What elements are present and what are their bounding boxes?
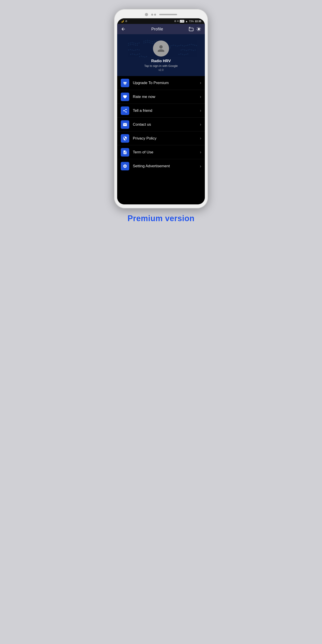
svg-rect-59 [128, 50, 129, 50]
terms-icon-box [121, 148, 129, 156]
svg-rect-19 [152, 41, 153, 42]
svg-rect-21 [156, 40, 156, 41]
menu-item-upgrade[interactable]: Upgrade To Premium › [117, 76, 205, 90]
minus-circle-icon: ⊖ [174, 20, 176, 22]
svg-rect-58 [170, 48, 170, 48]
gear-icon [123, 164, 127, 168]
svg-rect-95 [182, 54, 183, 55]
svg-rect-48 [189, 44, 190, 45]
svg-rect-43 [180, 45, 181, 46]
upgrade-chevron: › [200, 80, 201, 85]
upgrade-icon-box [121, 79, 129, 87]
app-header: Profile [117, 24, 205, 34]
menu-item-share[interactable]: Tell a friend › [117, 104, 205, 118]
svg-rect-27 [149, 42, 150, 43]
svg-rect-75 [130, 54, 131, 55]
share-label: Tell a friend [133, 108, 200, 113]
upgrade-label: Upgrade To Premium [133, 81, 200, 85]
svg-rect-80 [139, 54, 140, 54]
svg-rect-47 [188, 45, 188, 46]
camera-triple [151, 14, 156, 16]
contact-chevron: › [200, 122, 201, 127]
svg-rect-4 [134, 42, 134, 44]
contact-label: Contact us [133, 122, 200, 127]
menu-item-rate[interactable]: Rate me now › [117, 90, 205, 104]
svg-rect-74 [195, 50, 196, 50]
avatar[interactable] [153, 40, 169, 56]
svg-rect-40 [175, 45, 176, 46]
share-icon [123, 108, 127, 113]
cast-icon[interactable] [189, 26, 194, 32]
shield-icon [123, 136, 127, 141]
status-right-icons: ⊖ ▾ LTE ▲ 73% 22:35 [174, 20, 201, 22]
document-icon [123, 150, 127, 154]
svg-rect-76 [132, 54, 133, 54]
profile-header[interactable]: Radio HRV Tap to sign-in with Google v2.… [117, 34, 205, 76]
header-icons [189, 26, 201, 32]
svg-rect-78 [136, 54, 136, 55]
svg-rect-79 [137, 54, 138, 55]
back-button[interactable] [121, 26, 126, 32]
dot-small [151, 14, 153, 16]
svg-rect-17 [149, 40, 150, 41]
svg-rect-13 [137, 45, 138, 46]
profile-version: v2.0 [158, 68, 164, 72]
svg-rect-69 [186, 50, 187, 51]
svg-rect-3 [132, 42, 132, 43]
svg-rect-12 [135, 45, 136, 46]
svg-rect-38 [172, 45, 172, 46]
svg-rect-66 [181, 50, 182, 50]
svg-rect-96 [184, 54, 185, 55]
rate-icon-box [121, 92, 129, 101]
svg-rect-42 [178, 45, 179, 46]
privacy-chevron: › [200, 136, 201, 141]
svg-rect-61 [132, 50, 132, 50]
svg-rect-9 [130, 44, 131, 45]
svg-rect-88 [139, 56, 140, 57]
svg-rect-2 [130, 42, 131, 44]
svg-rect-45 [184, 46, 185, 46]
brightness-icon[interactable] [196, 26, 201, 32]
status-bar: 🌙 ⊘ ⊖ ▾ LTE ▲ 73% 22:35 [117, 18, 205, 24]
svg-rect-50 [192, 44, 194, 45]
svg-rect-16 [147, 40, 148, 41]
settings-label: Setting Advertisement [133, 164, 200, 168]
no-sound-icon: ⊘ [125, 20, 127, 22]
settings-chevron: › [200, 164, 201, 168]
svg-rect-89 [141, 56, 142, 56]
speaker-bar [159, 14, 177, 15]
terms-chevron: › [200, 150, 201, 154]
wifi-icon: ▾ [177, 20, 179, 22]
menu-item-privacy[interactable]: Privacy Policy › [117, 132, 205, 145]
svg-rect-6 [137, 43, 138, 44]
menu-list: Upgrade To Premium › Rate me now › [117, 76, 205, 173]
svg-rect-41 [177, 46, 178, 46]
heart-icon [123, 94, 127, 99]
svg-rect-14 [144, 41, 144, 42]
svg-rect-24 [144, 42, 144, 44]
svg-rect-18 [150, 41, 152, 42]
svg-rect-51 [194, 45, 195, 46]
svg-rect-44 [182, 45, 183, 46]
battery-text: 73% [189, 20, 194, 22]
lte-icon: LTE [180, 20, 184, 22]
svg-rect-15 [145, 40, 146, 41]
dot-small-2 [154, 14, 156, 16]
rate-label: Rate me now [133, 94, 200, 99]
svg-rect-72 [191, 50, 192, 50]
svg-rect-92 [146, 56, 147, 57]
menu-item-contact[interactable]: Contact us › [117, 118, 205, 132]
profile-name: Radio HRV [151, 59, 171, 63]
menu-item-settings[interactable]: Setting Advertisement › [117, 159, 205, 173]
contact-icon-box [121, 120, 129, 129]
time-text: 22:35 [195, 20, 201, 22]
phone-screen: 🌙 ⊘ ⊖ ▾ LTE ▲ 73% 22:35 Profile [117, 18, 205, 204]
privacy-label: Privacy Policy [133, 136, 200, 141]
svg-rect-29 [152, 43, 153, 44]
premium-text: Premium version [128, 214, 194, 223]
svg-rect-60 [130, 49, 131, 50]
rate-chevron: › [200, 94, 201, 99]
svg-rect-77 [134, 54, 134, 55]
menu-item-terms[interactable]: Term of Use › [117, 145, 205, 159]
svg-rect-49 [191, 44, 192, 45]
